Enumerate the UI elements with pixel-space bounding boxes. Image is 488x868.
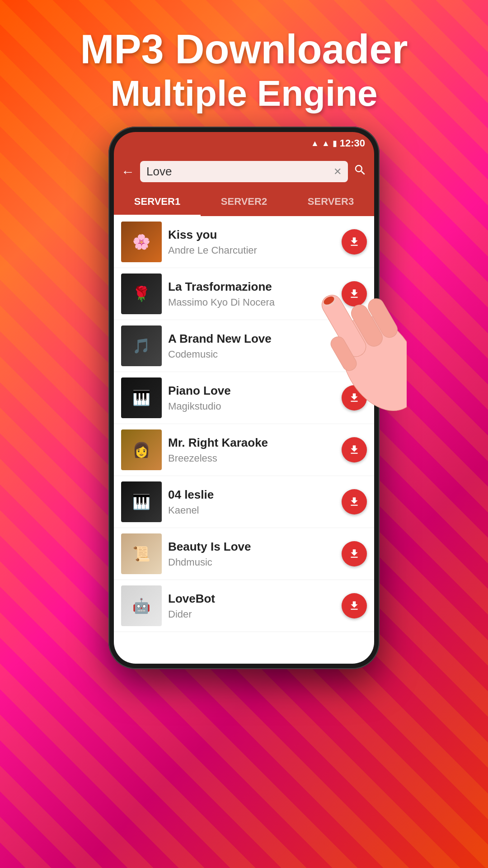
thumb-icon: 🌹 — [121, 274, 162, 314]
song-info: Kiss you Andre Le Charcutier — [168, 228, 335, 256]
search-input-wrap: Love ✕ — [140, 161, 348, 182]
download-button[interactable] — [342, 541, 367, 566]
song-info: LoveBot Dider — [168, 592, 335, 620]
download-button[interactable] — [342, 593, 367, 618]
thumb-icon: 🤖 — [121, 585, 162, 626]
song-thumbnail: 🎵 — [121, 326, 162, 366]
tab-server1[interactable]: SERVER1 — [114, 189, 201, 216]
song-info: 04 leslie Kaenel — [168, 488, 335, 516]
tab-server2[interactable]: SERVER2 — [201, 189, 287, 216]
app-screen: ← Love ✕ SERVER1 SERVER2 — [114, 155, 374, 664]
back-button[interactable]: ← — [121, 164, 135, 179]
song-item: 🌹 La Trasformazione Massimo Kyo Di Nocer… — [114, 268, 374, 320]
wifi-icon: ▲ — [311, 139, 319, 148]
song-item: 🤖 LoveBot Dider — [114, 580, 374, 632]
song-item: 🎹 Piano Love Magikstudio — [114, 372, 374, 424]
search-button[interactable] — [353, 163, 367, 180]
song-artist: Dider — [168, 609, 335, 620]
download-button[interactable] — [342, 281, 367, 307]
song-title: La Trasformazione — [168, 280, 335, 294]
search-query[interactable]: Love — [146, 165, 329, 179]
phone-body: ▲ ▲ ▮ 12:30 ← Love ✕ — [108, 127, 380, 669]
song-artist: Dhdmusic — [168, 557, 335, 568]
song-thumbnail: 🎹 — [121, 377, 162, 418]
hero-title-line1: MP3 Downloader — [0, 27, 488, 72]
song-info: Mr. Right Karaoke Breezeless — [168, 436, 335, 464]
download-button[interactable] — [342, 333, 367, 359]
song-title: Piano Love — [168, 384, 335, 398]
download-button[interactable] — [342, 437, 367, 462]
song-item: 👩 Mr. Right Karaoke Breezeless — [114, 424, 374, 476]
song-info: Beauty Is Love Dhdmusic — [168, 540, 335, 568]
song-thumbnail: 🌹 — [121, 274, 162, 314]
song-item: 🎹 04 leslie Kaenel — [114, 476, 374, 528]
thumb-icon: 🎹 — [121, 377, 162, 418]
song-title: LoveBot — [168, 592, 335, 606]
song-item: 🌸 Kiss you Andre Le Charcutier — [114, 216, 374, 268]
song-thumbnail: 🌸 — [121, 222, 162, 262]
song-artist: Kaenel — [168, 505, 335, 516]
song-title: Kiss you — [168, 228, 335, 242]
song-title: A Brand New Love — [168, 332, 335, 346]
song-artist: Breezeless — [168, 453, 335, 464]
song-item: 🎵 A Brand New Love Codemusic — [114, 320, 374, 372]
signal-icon: ▲ — [322, 139, 330, 148]
song-artist: Codemusic — [168, 349, 335, 360]
phone-mockup: ▲ ▲ ▮ 12:30 ← Love ✕ — [108, 127, 380, 841]
download-button[interactable] — [342, 385, 367, 410]
song-title: Beauty Is Love — [168, 540, 335, 554]
song-thumbnail: 🎹 — [121, 481, 162, 522]
song-info: La Trasformazione Massimo Kyo Di Nocera — [168, 280, 335, 308]
server-tabs: SERVER1 SERVER2 SERVER3 — [114, 189, 374, 216]
status-bar: ▲ ▲ ▮ 12:30 — [114, 132, 374, 155]
song-thumbnail: 📜 — [121, 533, 162, 574]
thumb-icon: 🎵 — [121, 326, 162, 366]
status-icons: ▲ ▲ ▮ 12:30 — [311, 137, 365, 149]
thumb-icon: 🌸 — [121, 222, 162, 262]
song-thumbnail: 👩 — [121, 429, 162, 470]
thumb-icon: 👩 — [121, 429, 162, 470]
song-title: 04 leslie — [168, 488, 335, 502]
song-info: Piano Love Magikstudio — [168, 384, 335, 412]
song-thumbnail: 🤖 — [121, 585, 162, 626]
tab-server3[interactable]: SERVER3 — [287, 189, 374, 216]
song-info: A Brand New Love Codemusic — [168, 332, 335, 360]
song-item: 📜 Beauty Is Love Dhdmusic — [114, 528, 374, 580]
search-bar: ← Love ✕ — [114, 155, 374, 189]
hero-section: MP3 Downloader Multiple Engine — [0, 27, 488, 115]
thumb-icon: 🎹 — [121, 481, 162, 522]
song-title: Mr. Right Karaoke — [168, 436, 335, 450]
song-artist: Andre Le Charcutier — [168, 245, 335, 256]
download-button[interactable] — [342, 229, 367, 255]
song-list: 🌸 Kiss you Andre Le Charcutier 🌹 La Tras… — [114, 216, 374, 664]
thumb-icon: 📜 — [121, 533, 162, 574]
battery-icon: ▮ — [333, 138, 337, 148]
download-button[interactable] — [342, 489, 367, 514]
song-artist: Magikstudio — [168, 401, 335, 412]
song-artist: Massimo Kyo Di Nocera — [168, 297, 335, 308]
status-time: 12:30 — [340, 137, 365, 149]
hero-title-line2: Multiple Engine — [0, 72, 488, 115]
clear-button[interactable]: ✕ — [333, 166, 342, 178]
